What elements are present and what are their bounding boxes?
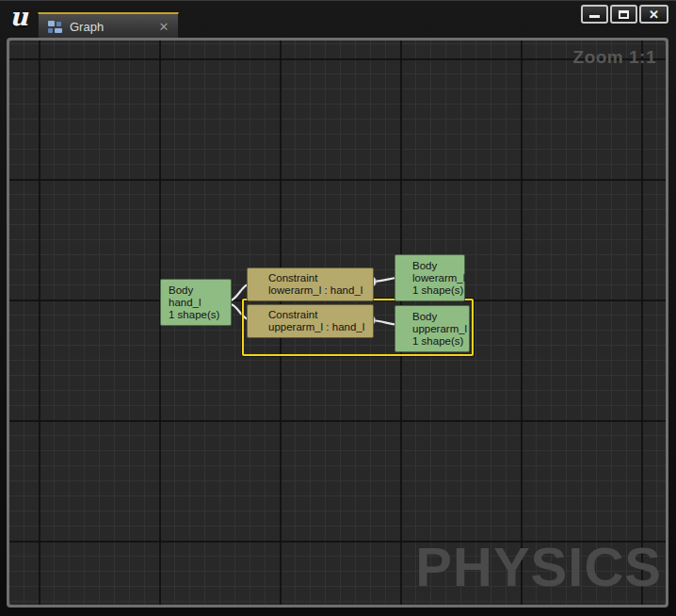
node-shape-count: 1 shape(s) [412,335,469,348]
node-subtitle: lowerarm_l [412,272,464,284]
graph-canvas-frame: Zoom 1:1 PHYSICS [7,38,668,608]
tab-graph-label: Graph [70,20,104,34]
node-subtitle: hand_l [169,297,231,309]
title-bar: u Graph ✕ ✕ [0,1,676,39]
node-title: Constraint [268,309,373,321]
graph-grid-icon [48,21,62,33]
node-subtitle: upperarm_l : hand_l [268,321,373,333]
maximize-button[interactable] [610,5,637,24]
minus-icon [589,15,600,18]
minimize-button[interactable] [581,5,608,24]
node-body-hand_l[interactable]: Body hand_l 1 shape(s) [160,279,232,326]
physics-watermark: PHYSICS [415,540,662,594]
node-body-lowerarm_l[interactable]: Body lowerarm_l 1 shape(s) [394,254,465,301]
node-title: Body [412,311,469,323]
tab-graph[interactable]: Graph ✕ [38,12,179,39]
square-icon [619,10,629,19]
node-subtitle: lowerarm_l : hand_l [268,284,373,297]
node-shape-count: 1 shape(s) [412,284,464,297]
node-body-upperarm_l[interactable]: Body upperarm_l 1 shape(s) [394,305,470,352]
tab-close-icon[interactable]: ✕ [157,20,170,34]
node-title: Body [412,260,464,272]
node-constraint-upperarm_l-hand_l[interactable]: Constraint upperarm_l : hand_l [247,304,374,338]
node-subtitle: upperarm_l [412,323,469,335]
close-button[interactable]: ✕ [639,5,668,24]
node-title: Constraint [268,272,373,284]
graph-canvas[interactable]: Zoom 1:1 PHYSICS [9,41,666,605]
unreal-engine-logo-icon: u [6,1,32,33]
physics-asset-editor-window: u Graph ✕ ✕ Zoom 1:1 PHYSICS [0,0,676,616]
node-constraint-lowerarm_l-hand_l[interactable]: Constraint lowerarm_l : hand_l [247,267,374,301]
window-controls: ✕ [581,5,668,24]
node-title: Body [169,284,231,297]
zoom-level-label: Zoom 1:1 [573,47,656,68]
x-icon: ✕ [641,8,667,22]
node-shape-count: 1 shape(s) [169,309,231,321]
